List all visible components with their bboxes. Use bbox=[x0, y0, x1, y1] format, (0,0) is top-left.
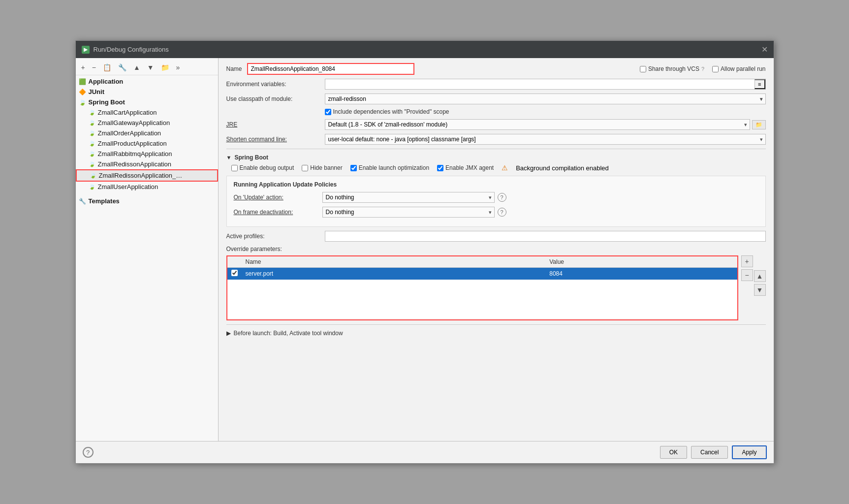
tree-item-junit[interactable]: 🔶 JUnit bbox=[76, 87, 218, 97]
env-vars-input[interactable] bbox=[325, 79, 755, 89]
spring-boot-section-label: Spring Boot bbox=[234, 154, 268, 161]
run-icon-product: 🍃 bbox=[89, 140, 95, 147]
frame-deactivation-select[interactable]: Do nothing bbox=[322, 207, 495, 218]
shorten-row: Shorten command line: user-local default… bbox=[226, 134, 766, 145]
user-label: ZmallUserApplication bbox=[98, 183, 158, 190]
footer: ? OK Cancel Apply bbox=[76, 441, 774, 463]
scroll-up-button[interactable]: ▲ bbox=[754, 270, 766, 282]
jmx-agent-checkbox[interactable] bbox=[437, 165, 443, 171]
include-deps-checkbox[interactable] bbox=[325, 109, 331, 115]
remove-config-button[interactable]: − bbox=[90, 62, 98, 73]
jre-select[interactable]: Default (1.8 - SDK of 'zmall-redisson' m… bbox=[325, 119, 750, 130]
classpath-select[interactable]: zmall-redisson bbox=[325, 94, 766, 104]
env-vars-input-wrap: ≡ bbox=[325, 79, 766, 90]
update-action-label: On 'Update' action: bbox=[234, 194, 322, 201]
tree-item-user[interactable]: 🍃 ZmallUserApplication bbox=[76, 182, 218, 192]
wrench-button[interactable]: 🔧 bbox=[116, 62, 129, 73]
update-action-help-icon[interactable]: ? bbox=[498, 193, 506, 202]
redisson-8084-label: ZmallRedissonApplication_… bbox=[99, 172, 183, 179]
more-button[interactable]: » bbox=[174, 62, 183, 73]
classpath-label: Use classpath of module: bbox=[226, 95, 325, 102]
run-debug-dialog: ▶ Run/Debug Configurations ✕ + − 📋 🔧 ▲ ▼… bbox=[75, 40, 774, 464]
debug-output-label[interactable]: Enable debug output bbox=[231, 164, 294, 171]
tree-item-spring-boot[interactable]: 🍃 Spring Boot bbox=[76, 97, 218, 107]
name-input[interactable]: ZmallRedissonApplication_8084 bbox=[247, 63, 414, 75]
close-button[interactable]: ✕ bbox=[761, 45, 768, 54]
before-launch-toggle[interactable]: ▶ bbox=[226, 330, 231, 337]
tree-item-application[interactable]: 🟩 Application bbox=[76, 76, 218, 87]
override-title: Override parameters: bbox=[226, 246, 766, 252]
rabbitmq-label: ZmallRabbitmqApplication bbox=[98, 150, 172, 158]
allow-parallel-checkbox-label[interactable]: Allow parallel run bbox=[712, 65, 765, 72]
tree-item-redisson[interactable]: 🍃 ZmallRedissonApplication bbox=[76, 159, 218, 169]
env-browse-button[interactable]: ≡ bbox=[755, 79, 765, 89]
apply-button[interactable]: Apply bbox=[732, 445, 766, 459]
before-launch-header[interactable]: ▶ Before launch: Build, Activate tool wi… bbox=[226, 330, 766, 337]
override-empty-row bbox=[227, 280, 737, 319]
tree-item-templates[interactable]: 🔧 Templates bbox=[76, 196, 218, 206]
override-row-name: server.port bbox=[242, 268, 546, 280]
shorten-select[interactable]: user-local default: none - java [options… bbox=[325, 134, 766, 145]
junit-label: JUnit bbox=[89, 88, 105, 95]
spring-boot-label: Spring Boot bbox=[89, 98, 125, 106]
spring-boot-toggle[interactable]: ▼ bbox=[226, 155, 232, 160]
classpath-row: Use classpath of module: zmall-redisson … bbox=[226, 94, 766, 104]
wrench-icon: 🔧 bbox=[79, 198, 86, 205]
table-row[interactable]: server.port 8084 bbox=[227, 268, 737, 280]
add-config-button[interactable]: + bbox=[79, 62, 88, 73]
hide-banner-checkbox[interactable] bbox=[302, 165, 308, 171]
order-label: ZmallOrderApplication bbox=[98, 129, 161, 137]
help-symbol: ? bbox=[86, 449, 90, 456]
override-col-value: Value bbox=[545, 256, 737, 268]
include-deps-checkbox-label[interactable]: Include dependencies with "Provided" sco… bbox=[325, 108, 449, 115]
tree-item-rabbitmq[interactable]: 🍃 ZmallRabbitmqApplication bbox=[76, 149, 218, 159]
application-label: Application bbox=[89, 78, 124, 85]
update-action-select[interactable]: Do nothing bbox=[322, 192, 495, 203]
share-vcs-checkbox[interactable] bbox=[640, 66, 646, 72]
env-vars-label: Environment variables: bbox=[226, 81, 325, 88]
override-col-name: Name bbox=[242, 256, 546, 268]
shorten-label: Shorten command line: bbox=[226, 136, 325, 143]
remove-override-button[interactable]: − bbox=[741, 269, 753, 281]
scroll-down-button[interactable]: ▼ bbox=[754, 284, 766, 296]
allow-parallel-checkbox[interactable] bbox=[712, 66, 719, 72]
override-table: Name Value server.port 8084 bbox=[227, 256, 737, 319]
help-button[interactable]: ? bbox=[83, 447, 94, 458]
tree-item-redisson-8084[interactable]: 🍃 ZmallRedissonApplication_… bbox=[76, 169, 218, 182]
share-vcs-checkbox-label[interactable]: Share through VCS ? bbox=[640, 65, 704, 72]
include-deps-row: Include dependencies with "Provided" sco… bbox=[325, 108, 766, 115]
tree-item-gateway[interactable]: 🍃 ZmallGatewayApplication bbox=[76, 118, 218, 128]
move-down-button[interactable]: ▼ bbox=[145, 62, 157, 73]
copy-config-button[interactable]: 📋 bbox=[100, 62, 114, 73]
redisson-label: ZmallRedissonApplication bbox=[98, 160, 172, 168]
tree-item-product[interactable]: 🍃 ZmallProductApplication bbox=[76, 138, 218, 149]
frame-deactivation-help-icon[interactable]: ? bbox=[498, 208, 506, 217]
launch-opt-checkbox[interactable] bbox=[350, 165, 357, 171]
launch-opt-label[interactable]: Enable launch optimization bbox=[350, 164, 429, 171]
run-icon-redisson: 🍃 bbox=[89, 161, 95, 167]
update-policies-title: Running Application Update Policies bbox=[234, 181, 758, 188]
debug-output-checkbox[interactable] bbox=[231, 165, 238, 171]
tree-item-order[interactable]: 🍃 ZmallOrderApplication bbox=[76, 128, 218, 138]
override-row-checkbox[interactable] bbox=[231, 270, 238, 276]
run-icon-order: 🍃 bbox=[89, 130, 95, 136]
gateway-label: ZmallGatewayApplication bbox=[98, 119, 170, 126]
folder-button[interactable]: 📁 bbox=[158, 62, 172, 73]
ok-button[interactable]: OK bbox=[660, 446, 687, 459]
product-label: ZmallProductApplication bbox=[98, 140, 167, 147]
cancel-button[interactable]: Cancel bbox=[691, 446, 728, 459]
move-up-button[interactable]: ▲ bbox=[131, 62, 143, 73]
add-override-button[interactable]: + bbox=[741, 255, 753, 267]
include-deps-label: Include dependencies with "Provided" sco… bbox=[333, 108, 449, 115]
jmx-agent-label[interactable]: Enable JMX agent bbox=[437, 164, 494, 171]
env-vars-row: Environment variables: ≡ bbox=[226, 79, 766, 90]
share-help-icon: ? bbox=[701, 66, 704, 72]
spring-boot-checkboxes: Enable debug output Hide banner Enable l… bbox=[231, 164, 766, 172]
hide-banner-label[interactable]: Hide banner bbox=[302, 164, 342, 171]
override-section: Override parameters: Name Value bbox=[226, 246, 766, 320]
jre-browse-button[interactable]: 📁 bbox=[752, 120, 766, 129]
active-profiles-input[interactable] bbox=[325, 231, 766, 242]
allow-parallel-label: Allow parallel run bbox=[721, 65, 765, 72]
tree-item-cart[interactable]: 🍃 ZmallCartApplication bbox=[76, 107, 218, 118]
update-policies-section: Running Application Update Policies On '… bbox=[226, 176, 766, 227]
